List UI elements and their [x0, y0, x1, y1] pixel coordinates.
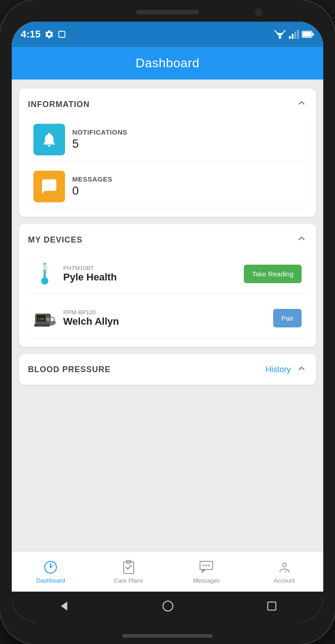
device-welch-model: RPM-BP100 [63, 309, 273, 316]
device-welch-name: Welch Allyn [63, 316, 273, 327]
messages-info-label: MESSAGES [72, 175, 112, 183]
thermometer-icon [33, 260, 56, 287]
dashboard-nav-icon [42, 559, 59, 575]
messages-info-text: MESSAGES 0 [72, 175, 112, 198]
messages-nav-label: Messages [193, 577, 220, 584]
signal-icon [289, 30, 299, 39]
svg-rect-13 [43, 263, 46, 265]
android-home-button[interactable] [162, 600, 174, 614]
information-card: INFORMATION NOT [19, 89, 316, 217]
history-link[interactable]: History [265, 365, 291, 374]
svg-marker-34 [61, 602, 67, 611]
phone-speaker [136, 10, 199, 14]
svg-rect-22 [34, 324, 50, 327]
devices-chevron-icon[interactable] [296, 233, 307, 247]
svg-point-27 [203, 565, 205, 566]
device-pyle-name: Pyle Health [63, 271, 244, 283]
time-display: 4:15 [21, 28, 41, 40]
svg-point-32 [288, 571, 289, 573]
blood-pressure-title: BLOOD PRESSURE [28, 365, 111, 374]
svg-rect-9 [303, 32, 312, 37]
svg-point-31 [286, 569, 288, 571]
status-right [274, 29, 314, 39]
phone-screen: 4:15 [12, 22, 323, 622]
bell-icon [41, 131, 58, 148]
android-nav-bar [12, 592, 323, 622]
gear-icon [44, 29, 54, 39]
bp-monitor-icon: 120/80 [33, 304, 56, 331]
wifi-icon [274, 29, 286, 39]
svg-point-30 [283, 563, 286, 567]
phone-frame: 4:15 [0, 0, 335, 644]
information-card-title: INFORMATION [28, 100, 90, 109]
care-plans-nav-icon [121, 559, 137, 575]
device-pyle-model: PHTM10BT [63, 265, 244, 271]
messages-icon-box [33, 171, 65, 202]
svg-point-29 [208, 565, 210, 566]
svg-marker-2 [278, 37, 282, 39]
messages-nav-icon [198, 559, 214, 575]
android-recents-button[interactable] [266, 600, 278, 614]
svg-rect-8 [312, 33, 314, 36]
account-nav-label: Account [274, 577, 295, 584]
app-header: Dashboard [12, 47, 323, 79]
svg-rect-3 [289, 36, 291, 39]
bottom-nav: Dashboard Care Plans [12, 551, 323, 592]
status-bar: 4:15 [12, 22, 323, 47]
device-item-0: PHTM10BT Pyle Health Take Reading [28, 254, 307, 294]
blood-pressure-header-right: History [265, 363, 307, 376]
nav-account[interactable]: Account [246, 559, 324, 584]
notification-count: 5 [72, 137, 127, 151]
status-left: 4:15 [21, 28, 66, 40]
pair-button[interactable]: Pair [273, 309, 302, 327]
blood-pressure-card: BLOOD PRESSURE History [19, 354, 316, 385]
nav-messages[interactable]: Messages [168, 559, 246, 584]
svg-rect-4 [292, 34, 293, 39]
svg-rect-12 [44, 270, 46, 280]
svg-rect-5 [294, 32, 296, 39]
messages-info-item[interactable]: MESSAGES 0 [28, 165, 307, 208]
phone-camera [255, 9, 263, 17]
blood-pressure-chevron-icon[interactable] [296, 363, 307, 376]
svg-point-35 [163, 601, 173, 611]
messages-info-count: 0 [72, 184, 112, 198]
notification-label: NOTIFICATIONS [72, 128, 127, 136]
svg-rect-0 [59, 31, 65, 37]
square-icon [58, 30, 66, 38]
svg-point-33 [284, 571, 286, 573]
svg-rect-36 [268, 602, 276, 610]
notification-text: NOTIFICATIONS 5 [72, 128, 127, 151]
nav-dashboard[interactable]: Dashboard [12, 559, 90, 584]
battery-icon [302, 30, 314, 38]
dashboard-nav-label: Dashboard [36, 577, 65, 584]
device-item-1: 120/80 RPM-BP100 Welch Allyn [28, 298, 307, 338]
phone-home-bar [122, 634, 213, 638]
app-title: Dashboard [135, 56, 199, 70]
take-reading-button[interactable]: Take Reading [244, 265, 302, 283]
notification-item[interactable]: NOTIFICATIONS 5 [28, 118, 307, 161]
nav-care-plans[interactable]: Care Plans [90, 559, 168, 584]
device-pyle-text: PHTM10BT Pyle Health [63, 265, 244, 283]
main-content: INFORMATION NOT [12, 79, 323, 551]
chat-icon [41, 178, 58, 195]
information-chevron-icon[interactable] [296, 98, 307, 111]
account-nav-icon [276, 559, 293, 575]
svg-point-20 [47, 318, 50, 322]
blood-pressure-header: BLOOD PRESSURE History [28, 363, 307, 376]
device-welch-text: RPM-BP100 Welch Allyn [63, 309, 273, 327]
care-plans-nav-label: Care Plans [114, 577, 143, 584]
devices-card-title: MY DEVICES [28, 235, 83, 245]
svg-point-28 [205, 565, 207, 566]
devices-card-header: MY DEVICES [28, 233, 307, 247]
notification-icon-box [33, 124, 65, 155]
svg-rect-6 [297, 30, 299, 39]
svg-point-24 [50, 566, 51, 568]
devices-card: MY DEVICES [19, 224, 316, 347]
information-card-header: INFORMATION [28, 98, 307, 111]
android-back-button[interactable] [57, 600, 70, 614]
